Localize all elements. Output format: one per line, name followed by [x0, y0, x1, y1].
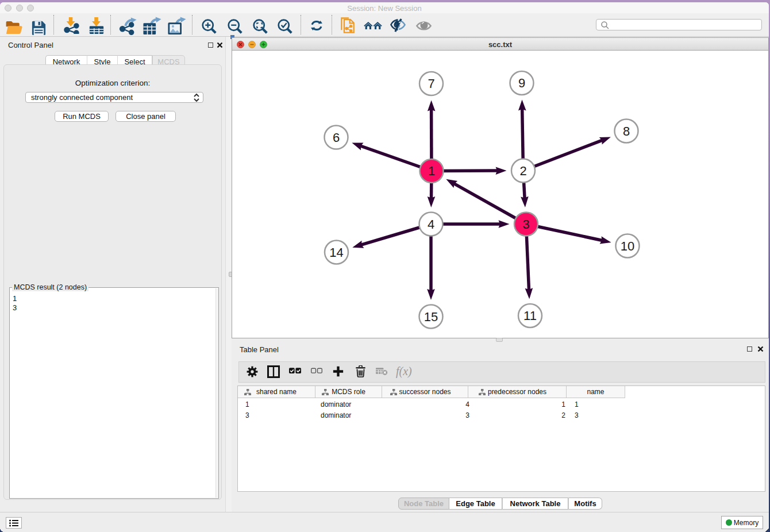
- svg-text:11: 11: [523, 309, 537, 323]
- svg-text:6: 6: [333, 130, 340, 145]
- svg-text:15: 15: [424, 310, 438, 324]
- svg-text:10: 10: [621, 239, 634, 253]
- svg-text:2: 2: [519, 164, 526, 178]
- svg-text:3: 3: [522, 217, 529, 232]
- svg-text:14: 14: [329, 245, 343, 260]
- svg-text:8: 8: [623, 124, 630, 138]
- svg-text:7: 7: [428, 76, 434, 91]
- svg-text:9: 9: [518, 76, 525, 90]
- svg-text:1: 1: [428, 164, 435, 178]
- svg-text:4: 4: [428, 217, 434, 232]
